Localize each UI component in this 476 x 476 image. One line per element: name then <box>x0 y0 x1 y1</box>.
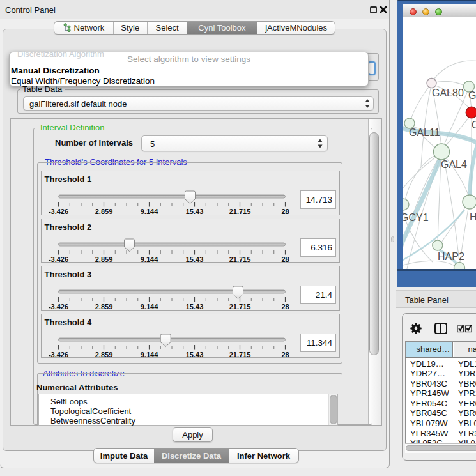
svg-text:2.859: 2.859 <box>95 303 112 311</box>
svg-text:GAL80: GAL80 <box>432 88 464 98</box>
svg-text:15.43: 15.43 <box>185 256 203 263</box>
svg-text:GCY1: GCY1 <box>403 212 429 223</box>
svg-text:21.715: 21.715 <box>229 208 250 215</box>
svg-text:28: 28 <box>281 256 289 263</box>
svg-text:9.144: 9.144 <box>140 208 158 215</box>
svg-text:9.144: 9.144 <box>140 351 158 358</box>
svg-text:9.144: 9.144 <box>140 256 158 263</box>
svg-text:GAL4: GAL4 <box>441 159 467 170</box>
svg-text:GA: GA <box>468 90 476 101</box>
svg-text:15.43: 15.43 <box>185 351 203 358</box>
svg-text:21.715: 21.715 <box>229 256 250 263</box>
svg-text:-3.426: -3.426 <box>48 303 68 311</box>
svg-text:2.859: 2.859 <box>95 256 112 263</box>
svg-text:H: H <box>470 211 476 222</box>
svg-text:2.859: 2.859 <box>95 351 112 358</box>
svg-text:-3.426: -3.426 <box>48 351 68 358</box>
svg-text:2.859: 2.859 <box>95 208 112 215</box>
svg-text:21.715: 21.715 <box>229 303 250 311</box>
svg-text:HAP2: HAP2 <box>438 251 464 262</box>
svg-text:-3.426: -3.426 <box>48 208 68 215</box>
svg-text:21.715: 21.715 <box>229 351 250 358</box>
svg-text:28: 28 <box>281 303 289 311</box>
svg-text:-3.426: -3.426 <box>48 256 68 263</box>
svg-text:15.43: 15.43 <box>185 208 203 215</box>
svg-text:GAL11: GAL11 <box>409 127 440 138</box>
svg-text:28: 28 <box>281 208 289 215</box>
svg-text:15.43: 15.43 <box>185 303 203 311</box>
svg-text:9.144: 9.144 <box>140 303 158 311</box>
svg-text:C: C <box>472 119 476 130</box>
svg-text:28: 28 <box>281 351 289 358</box>
